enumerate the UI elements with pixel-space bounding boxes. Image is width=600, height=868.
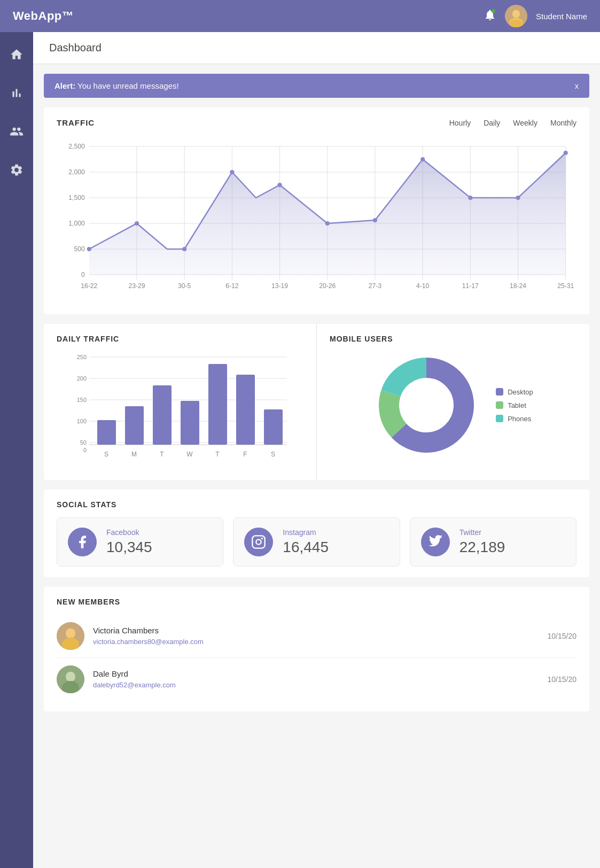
svg-point-28 bbox=[87, 247, 91, 251]
traffic-chart-svg: 2,500 2,000 1,500 1,000 500 0 bbox=[57, 136, 576, 307]
svg-text:30-5: 30-5 bbox=[178, 282, 191, 290]
svg-text:2,000: 2,000 bbox=[68, 168, 85, 176]
svg-text:M: M bbox=[131, 451, 137, 458]
header: WebApp™ Student Name bbox=[0, 0, 600, 32]
svg-text:100: 100 bbox=[77, 418, 87, 424]
svg-text:T: T bbox=[160, 451, 164, 458]
page-title: Dashboard bbox=[33, 32, 600, 64]
svg-rect-62 bbox=[97, 420, 116, 445]
member-avatar-1 bbox=[57, 622, 84, 650]
svg-text:500: 500 bbox=[74, 245, 85, 253]
svg-rect-63 bbox=[125, 406, 144, 445]
svg-text:S: S bbox=[104, 451, 108, 458]
instagram-icon bbox=[251, 534, 266, 549]
filter-daily[interactable]: Daily bbox=[484, 119, 500, 127]
alert-text: Alert: You have unread messages! bbox=[54, 81, 179, 90]
phones-color-dot bbox=[496, 415, 503, 422]
daily-traffic-svg: 250 200 150 100 50 0 bbox=[57, 352, 303, 469]
instagram-count: 16,445 bbox=[283, 539, 329, 556]
svg-text:27-3: 27-3 bbox=[369, 282, 382, 290]
facebook-card: Facebook 10,345 bbox=[57, 517, 223, 567]
svg-point-29 bbox=[135, 221, 139, 226]
sidebar-item-settings[interactable] bbox=[5, 158, 28, 182]
main-content: Dashboard Alert: You have unread message… bbox=[33, 32, 600, 868]
member-name-2: Dale Byrd bbox=[93, 669, 176, 678]
svg-text:13-19: 13-19 bbox=[271, 282, 288, 290]
members-section: NEW MEMBERS Victoria Chambers victoria.c… bbox=[44, 587, 589, 711]
svg-text:150: 150 bbox=[77, 397, 87, 403]
member-left: Dale Byrd dalebyrd52@example.com bbox=[57, 665, 176, 693]
svg-point-84 bbox=[66, 629, 75, 639]
social-section: SOCIAL STATS Facebook 10,345 bbox=[44, 490, 589, 577]
svg-text:20-26: 20-26 bbox=[319, 282, 336, 290]
svg-text:T: T bbox=[215, 451, 220, 458]
svg-point-79 bbox=[401, 379, 452, 431]
daily-traffic-section: DAILY TRAFFIC 250 200 150 100 50 0 bbox=[44, 324, 317, 480]
member-date-1: 10/15/20 bbox=[548, 632, 577, 640]
twitter-info: Twitter 22,189 bbox=[459, 528, 505, 556]
svg-point-37 bbox=[516, 196, 520, 200]
users-icon bbox=[10, 125, 24, 138]
svg-point-33 bbox=[325, 221, 330, 226]
svg-text:11-17: 11-17 bbox=[462, 282, 479, 290]
svg-text:6-12: 6-12 bbox=[225, 282, 239, 290]
alert-close-button[interactable]: x bbox=[575, 82, 579, 90]
svg-text:250: 250 bbox=[77, 354, 87, 360]
filter-monthly[interactable]: Monthly bbox=[550, 119, 576, 127]
sidebar-item-chart[interactable] bbox=[5, 81, 28, 105]
svg-point-35 bbox=[420, 157, 425, 161]
tablet-color-dot bbox=[496, 401, 503, 409]
svg-text:16-22: 16-22 bbox=[81, 282, 97, 290]
svg-text:0: 0 bbox=[81, 271, 85, 278]
svg-rect-64 bbox=[153, 385, 172, 445]
traffic-title: TRAFFIC bbox=[57, 118, 95, 127]
facebook-icon-container bbox=[68, 528, 97, 556]
alert-banner: Alert: You have unread messages! x bbox=[44, 74, 589, 98]
svg-point-81 bbox=[256, 539, 261, 544]
svg-text:0: 0 bbox=[83, 447, 87, 453]
facebook-icon bbox=[75, 534, 90, 549]
member-info-2: Dale Byrd dalebyrd52@example.com bbox=[93, 669, 176, 689]
svg-point-30 bbox=[182, 247, 186, 251]
instagram-icon-container bbox=[244, 528, 273, 556]
member-email-1[interactable]: victoria.chambers80@example.com bbox=[93, 638, 204, 646]
legend-phones: Phones bbox=[496, 415, 533, 423]
settings-icon bbox=[10, 163, 24, 177]
svg-text:1,000: 1,000 bbox=[68, 220, 85, 227]
svg-rect-65 bbox=[181, 401, 199, 445]
traffic-filters: Hourly Daily Weekly Monthly bbox=[449, 119, 576, 127]
legend-desktop: Desktop bbox=[496, 388, 533, 396]
svg-text:2,500: 2,500 bbox=[68, 143, 85, 150]
facebook-count: 10,345 bbox=[106, 539, 152, 556]
svg-point-34 bbox=[373, 218, 377, 222]
svg-point-31 bbox=[230, 170, 234, 174]
traffic-area-chart: 2,500 2,000 1,500 1,000 500 0 bbox=[57, 136, 576, 307]
svg-rect-80 bbox=[253, 536, 265, 548]
svg-point-38 bbox=[564, 151, 568, 155]
instagram-name: Instagram bbox=[283, 528, 329, 537]
desktop-label: Desktop bbox=[508, 388, 533, 396]
notification-bell[interactable] bbox=[484, 9, 496, 24]
mobile-users-title: MOBILE USERS bbox=[330, 335, 576, 343]
donut-chart-area: Desktop Tablet Phones bbox=[330, 352, 576, 459]
filter-weekly[interactable]: Weekly bbox=[513, 119, 537, 127]
member-info-1: Victoria Chambers victoria.chambers80@ex… bbox=[93, 626, 204, 646]
twitter-count: 22,189 bbox=[459, 539, 505, 556]
svg-rect-68 bbox=[264, 409, 283, 445]
avatar[interactable] bbox=[505, 5, 527, 27]
svg-text:50: 50 bbox=[80, 439, 87, 446]
sidebar-item-users[interactable] bbox=[5, 120, 28, 143]
members-title: NEW MEMBERS bbox=[57, 598, 576, 606]
donut-chart-svg bbox=[373, 352, 480, 459]
sidebar-item-home[interactable] bbox=[5, 43, 28, 66]
home-icon bbox=[10, 48, 24, 61]
traffic-header: TRAFFIC Hourly Daily Weekly Monthly bbox=[57, 118, 576, 127]
member-email-2[interactable]: dalebyrd52@example.com bbox=[93, 681, 176, 689]
filter-hourly[interactable]: Hourly bbox=[449, 119, 471, 127]
bar-chart-icon bbox=[10, 86, 24, 100]
alert-message: You have unread messages! bbox=[75, 81, 178, 90]
instagram-card: Instagram 16,445 bbox=[233, 517, 400, 567]
svg-text:200: 200 bbox=[77, 375, 87, 382]
svg-rect-66 bbox=[208, 364, 227, 445]
member-row: Dale Byrd dalebyrd52@example.com 10/15/2… bbox=[57, 658, 576, 701]
